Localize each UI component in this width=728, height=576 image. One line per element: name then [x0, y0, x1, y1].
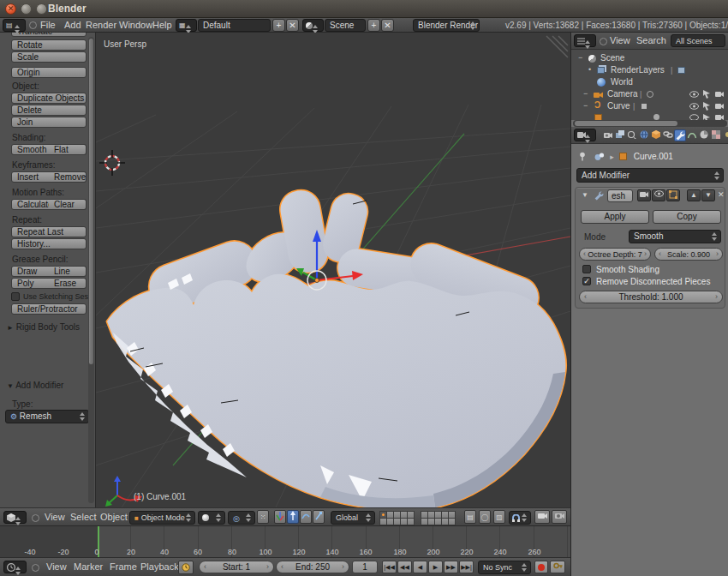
apply-button[interactable]: Apply	[581, 210, 649, 224]
outliner-horizontal-scrollbar[interactable]	[573, 120, 727, 127]
outliner-item-label[interactable]: Scene	[600, 53, 624, 63]
modifier-name-field[interactable]: esh	[607, 189, 633, 202]
render-toggle-camera-icon[interactable]	[715, 91, 725, 98]
rotate-manipulator-button[interactable]	[300, 510, 312, 524]
menu-select[interactable]: Select	[70, 510, 97, 525]
shade-smooth-button[interactable]: Smooth	[11, 144, 50, 155]
menu-add[interactable]: Add	[64, 18, 81, 33]
copy-button[interactable]: Copy	[653, 210, 721, 224]
region-resize-grip[interactable]	[546, 36, 568, 57]
jump-to-start-button[interactable]: |◀◀	[382, 561, 397, 573]
origin-button[interactable]: Origin	[11, 67, 87, 78]
remesh-mode-dropdown[interactable]: Smooth	[629, 230, 721, 243]
mode-dropdown[interactable]: ■ Object Mode	[129, 511, 195, 525]
outliner-item-label[interactable]: Curve	[607, 101, 630, 111]
duplicate-objects-button[interactable]: Duplicate Objects	[11, 93, 87, 104]
gp-line-button[interactable]: Line	[49, 266, 87, 277]
manipulate-center-points-button[interactable]: ⁙	[257, 510, 269, 524]
modifier-move-up-button[interactable]: ▲	[687, 189, 701, 201]
auto-keyframe-button[interactable]	[550, 561, 565, 573]
tab-scene[interactable]	[626, 129, 638, 141]
menu-view[interactable]: View	[45, 510, 65, 525]
tab-object[interactable]	[650, 129, 662, 141]
rigid-body-tools-panel[interactable]: ► Rigid Body Tools	[7, 322, 80, 332]
modifier-move-down-button[interactable]: ▼	[701, 189, 715, 201]
pivot-point-dropdown[interactable]: ◎	[228, 511, 255, 525]
menu-file[interactable]: File	[40, 18, 56, 33]
use-preview-range-button[interactable]	[178, 561, 194, 574]
tab-texture[interactable]	[710, 129, 722, 141]
record-button[interactable]	[534, 561, 548, 573]
mesh-object-curve001[interactable]	[107, 188, 565, 507]
close-window-button[interactable]: ✕	[5, 3, 16, 15]
layout-name-field[interactable]: Default	[198, 19, 271, 32]
octree-depth-field[interactable]: ‹Octree Depth: 7›	[579, 248, 651, 261]
remove-keyframe-button[interactable]: Remove	[49, 171, 87, 183]
breadcrumb-object-name[interactable]: Curve.001	[634, 152, 673, 161]
delete-scene-button[interactable]: ✕	[381, 19, 394, 32]
panel-collapse-triangle-icon[interactable]: ▼	[582, 191, 588, 199]
next-keyframe-button[interactable]: ▶▶	[444, 561, 458, 573]
outliner-row-partial[interactable]	[571, 113, 728, 120]
add-layout-button[interactable]: +	[272, 19, 285, 32]
snap-element-button[interactable]: ▨	[493, 510, 505, 524]
rotate-button[interactable]: Rotate	[11, 39, 87, 51]
snap-dropdown[interactable]	[509, 511, 531, 525]
scene-lock-button[interactable]: ▤	[464, 510, 476, 524]
play-button[interactable]: ▶	[428, 561, 443, 573]
cursor-arrow-icon[interactable]	[703, 102, 711, 111]
translate-manipulator-button[interactable]	[287, 510, 299, 524]
outliner-row-world[interactable]: World	[571, 77, 728, 88]
menu-view[interactable]: View	[46, 560, 67, 574]
cursor-arrow-icon[interactable]	[703, 114, 711, 120]
tab-physics-partial[interactable]	[722, 129, 728, 141]
use-sketching-checkbox[interactable]	[11, 292, 20, 301]
opengl-render-button[interactable]	[534, 510, 550, 524]
calculate-motion-paths-button[interactable]: Calculate	[11, 199, 50, 210]
tab-world[interactable]	[638, 129, 650, 141]
prev-keyframe-button[interactable]: ◀◀	[397, 561, 412, 573]
layers-widget-1[interactable]	[380, 512, 420, 525]
maximize-window-button[interactable]	[36, 3, 47, 15]
header-collapse-icon[interactable]	[32, 564, 39, 572]
header-collapse-icon[interactable]	[600, 38, 607, 45]
add-scene-button[interactable]: +	[367, 19, 380, 32]
repeat-last-button[interactable]: Repeat Last	[11, 226, 87, 237]
tool-shelf-scrollbar[interactable]	[88, 37, 94, 503]
remove-disconnected-checkbox[interactable]: ✓	[582, 277, 591, 285]
screen-layout-icon-button[interactable]: ▦	[176, 19, 197, 32]
scale-button[interactable]: Scale	[11, 51, 87, 63]
editor-type-button-3dview[interactable]	[3, 511, 27, 524]
modifier-render-toggle[interactable]	[637, 189, 651, 201]
render-engine-dropdown[interactable]: Blender Render	[413, 19, 480, 32]
scene-name-field[interactable]: Scene	[325, 19, 366, 32]
menu-render[interactable]: Render	[86, 18, 116, 33]
editor-type-button-timeline[interactable]	[3, 561, 27, 573]
menu-help[interactable]: Help	[152, 18, 172, 33]
add-modifier-dropdown[interactable]: Add Modifier	[576, 168, 724, 183]
cursor-arrow-icon[interactable]	[703, 90, 711, 99]
outliner-display-dropdown[interactable]: All Scenes	[671, 34, 725, 47]
collapse-minus-icon[interactable]: −	[583, 89, 588, 98]
gp-poly-button[interactable]: Poly	[11, 278, 50, 289]
menu-playback[interactable]: Playback	[140, 560, 179, 574]
layers-widget-2[interactable]	[421, 512, 461, 525]
timeline-canvas[interactable]: -40 -20 0 20 40 60 80 100 120 140 160 18…	[0, 526, 570, 557]
gp-draw-button[interactable]: Draw	[11, 266, 50, 277]
viewport-3d[interactable]: User Persp (1) Curve.001	[96, 33, 570, 507]
current-frame-field[interactable]: 1	[352, 561, 378, 573]
eye-icon[interactable]	[689, 114, 699, 120]
collapse-dot-icon[interactable]: •	[588, 65, 591, 74]
pin-icon[interactable]	[578, 152, 587, 161]
editor-type-button-properties[interactable]	[574, 129, 596, 141]
gp-erase-button[interactable]: Erase	[49, 278, 87, 289]
header-collapse-icon[interactable]	[32, 514, 39, 522]
history-button[interactable]: History...	[11, 238, 87, 249]
eye-icon[interactable]	[689, 91, 699, 98]
menu-marker[interactable]: Marker	[74, 560, 103, 574]
add-modifier-panel-header[interactable]: ▼ Add Modifier	[7, 381, 63, 390]
ruler-protractor-button[interactable]: Ruler/Protractor	[11, 303, 87, 315]
frame-end-field[interactable]: ‹End: 250›	[276, 561, 349, 573]
header-collapse-icon[interactable]	[29, 21, 37, 29]
editor-type-button-outliner[interactable]	[574, 34, 596, 47]
